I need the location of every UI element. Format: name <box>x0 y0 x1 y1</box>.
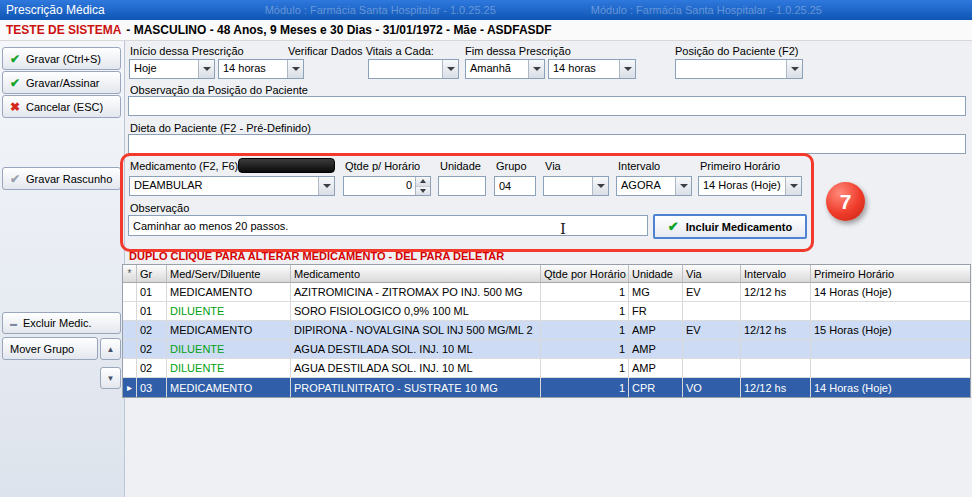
check-icon: ✔ <box>10 173 20 185</box>
posicao-paciente-select[interactable] <box>675 59 803 79</box>
posicao-paciente-value <box>676 60 786 78</box>
table-row[interactable]: 02 DILUENTE AGUA DESTILADA SOL. INJ. 10 … <box>123 340 970 359</box>
intervalo-value: AGORA <box>617 177 675 195</box>
cell-gr: 01 <box>137 302 167 320</box>
chevron-down-icon[interactable] <box>786 60 802 78</box>
spinner-buttons <box>415 177 430 195</box>
mover-grupo-label: Mover Grupo <box>10 343 74 355</box>
chevron-down-icon[interactable] <box>675 177 691 195</box>
window-titlebar[interactable]: Prescrição Médica Módulo : Farmácia Sant… <box>0 0 972 20</box>
cell-primeiro-horario <box>811 340 970 358</box>
grupo-label: Grupo <box>496 160 527 172</box>
intervalo-select[interactable]: AGORA <box>616 176 692 196</box>
obs-posicao-input[interactable] <box>128 96 966 116</box>
observacao-input[interactable] <box>128 215 648 236</box>
chevron-down-icon[interactable] <box>785 177 801 195</box>
cell-via: VO <box>683 378 741 397</box>
cell-unidade: AMP <box>629 321 683 339</box>
table-row[interactable]: 02 MEDICAMENTO DIPIRONA - NOVALGINA SOL … <box>123 321 970 340</box>
excluir-medic-button[interactable]: ▬ Excluir Medic. <box>2 312 121 334</box>
qtde-spinner[interactable]: 0 <box>343 176 431 196</box>
chevron-down-icon[interactable] <box>287 60 303 78</box>
spin-down-button[interactable] <box>416 187 430 196</box>
grupo-input[interactable] <box>494 176 536 196</box>
incluir-medicamento-button[interactable]: ✔ Incluir Medicamento <box>653 214 807 239</box>
table-row[interactable]: 01 DILUENTE SORO FISIOLOGICO 0,9% 100 ML… <box>123 302 970 321</box>
inicio-hora-select[interactable]: 14 horas <box>218 59 304 79</box>
primeiro-horario-select[interactable]: 14 Horas (Hoje) <box>698 176 802 196</box>
chevron-down-icon[interactable] <box>528 60 544 78</box>
intervalo-label: Intervalo <box>618 160 660 172</box>
medicamento-select[interactable]: DEAMBULAR <box>129 176 335 196</box>
check-icon: ✔ <box>10 77 20 89</box>
column-header-primeiro-horario: Primeiro Horário <box>811 265 970 282</box>
cell-gr: 02 <box>137 359 167 377</box>
inicio-hora-value: 14 horas <box>219 60 287 78</box>
column-header-tipo: Med/Serv/Diluente <box>167 265 291 282</box>
fim-prescricao-label: Fim dessa Prescrição <box>465 45 571 57</box>
cancelar-button[interactable]: ✖ Cancelar (ESC) <box>2 95 121 118</box>
cell-intervalo <box>741 302 811 320</box>
via-label: Via <box>545 160 561 172</box>
inicio-dia-select[interactable]: Hoje <box>129 59 215 79</box>
cross-icon: ✖ <box>10 101 20 113</box>
minus-icon: ▬ <box>10 320 17 327</box>
cell-gr: 01 <box>137 283 167 301</box>
cell-intervalo: 12/12 hs <box>741 283 811 301</box>
cell-via: EV <box>683 321 741 339</box>
arrow-up-icon: ▲ <box>107 345 115 354</box>
cell-primeiro-horario: 14 Horas (Hoje) <box>811 283 970 301</box>
chevron-down-icon[interactable] <box>619 60 635 78</box>
cell-tipo: MEDICAMENTO <box>167 321 291 339</box>
gravar-assinar-button[interactable]: ✔ Gravar/Assinar <box>2 71 121 94</box>
mover-grupo-button[interactable]: Mover Grupo <box>2 337 98 360</box>
chevron-down-icon[interactable] <box>198 60 214 78</box>
gravar-rascunho-button[interactable]: ✔ Gravar Rascunho <box>2 167 121 190</box>
fim-dia-select[interactable]: Amanhã <box>465 59 545 79</box>
annotation-step-number: 7 <box>840 190 852 214</box>
move-group-down-button[interactable]: ▼ <box>100 367 121 389</box>
redacted-button[interactable] <box>238 158 335 173</box>
cancelar-label: Cancelar (ESC) <box>26 101 103 113</box>
medication-table: * Gr Med/Serv/Diluente Medicamento Qtde … <box>122 264 971 398</box>
cell-intervalo <box>741 359 811 377</box>
cell-unidade: CPR <box>629 378 683 397</box>
row-indicator <box>123 359 137 377</box>
check-icon: ✔ <box>10 53 20 65</box>
spin-up-button[interactable] <box>416 177 430 187</box>
move-group-up-button[interactable]: ▲ <box>100 338 121 360</box>
table-row[interactable]: 02 DILUENTE AGUA DESTILADA SOL. INJ. 10 … <box>123 359 970 378</box>
cell-qtde: 1 <box>541 283 629 301</box>
cell-intervalo: 12/12 hs <box>741 321 811 339</box>
cell-unidade: FR <box>629 302 683 320</box>
dieta-paciente-input[interactable] <box>128 134 966 154</box>
patient-name: TESTE DE SISTEMA <box>6 23 121 37</box>
cell-unidade: AMP <box>629 340 683 358</box>
chevron-down-icon[interactable] <box>592 177 608 195</box>
inicio-dia-value: Hoje <box>130 60 198 78</box>
row-indicator <box>123 283 137 301</box>
unidade-input[interactable] <box>438 176 486 196</box>
via-value <box>544 177 592 195</box>
cell-primeiro-horario <box>811 359 970 377</box>
chevron-down-icon[interactable] <box>318 177 334 195</box>
gravar-button[interactable]: ✔ Gravar (Ctrl+S) <box>2 47 121 70</box>
via-select[interactable] <box>543 176 609 196</box>
table-row[interactable]: 01 MEDICAMENTO AZITROMICINA - ZITROMAX P… <box>123 283 970 302</box>
column-header-via: Via <box>683 265 741 282</box>
verificar-vitais-value <box>369 60 442 78</box>
verificar-vitais-select[interactable] <box>368 59 459 79</box>
obs-posicao-label: Observação da Posição do Paciente <box>130 84 308 96</box>
fim-hora-select[interactable]: 14 horas <box>548 59 636 79</box>
table-row[interactable]: ▸ 03 MEDICAMENTO PROPATILNITRATO - SUSTR… <box>123 378 970 397</box>
observacao-label: Observação <box>130 202 189 214</box>
cell-qtde: 1 <box>541 302 629 320</box>
cell-qtde: 1 <box>541 359 629 377</box>
inicio-prescricao-label: Início dessa Prescrição <box>130 45 244 57</box>
cell-gr: 02 <box>137 321 167 339</box>
column-header-unidade: Unidade <box>629 265 683 282</box>
cell-medicamento: SORO FISIOLOGICO 0,9% 100 ML <box>291 302 541 320</box>
chevron-down-icon[interactable] <box>442 60 458 78</box>
cell-medicamento: AZITROMICINA - ZITROMAX PO INJ. 500 MG <box>291 283 541 301</box>
cell-tipo: DILUENTE <box>167 340 291 358</box>
